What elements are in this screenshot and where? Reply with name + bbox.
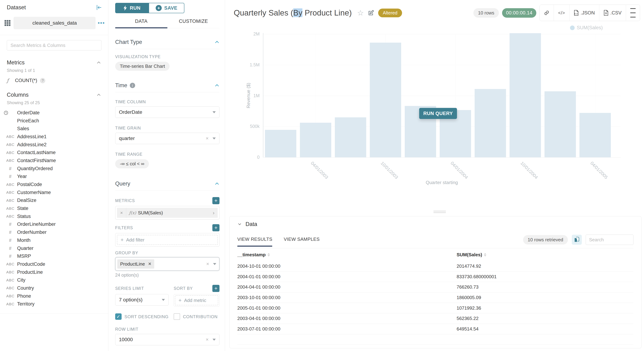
bar-2004-10-01[interactable]	[510, 33, 541, 157]
visualization-type-value[interactable]: Time-series Bar Chart	[115, 62, 170, 71]
x-axis-tick-label: 04/01/2004	[450, 160, 469, 180]
clear-icon[interactable]: ×	[206, 337, 208, 342]
chevron-up-icon[interactable]	[214, 83, 220, 88]
bar-2005-01-01[interactable]	[544, 91, 576, 157]
column-list-item[interactable]: ABCPostalCode	[0, 180, 108, 188]
run-button[interactable]: RUN	[115, 3, 149, 13]
chevron-down-icon[interactable]	[237, 222, 242, 226]
column-list-item[interactable]: ABCContactFirstName	[0, 156, 108, 164]
dataset-name[interactable]: cleaned_sales_data	[14, 17, 96, 29]
column-list-item[interactable]: ABCPhone	[0, 292, 108, 300]
tab-view-results[interactable]: VIEW RESULTS	[237, 236, 272, 246]
column-list-item[interactable]: #Month	[0, 236, 108, 244]
contribution-checkbox[interactable]	[174, 313, 180, 320]
text-type-icon: ABC	[4, 182, 17, 187]
remove-token-icon[interactable]: ✕	[148, 262, 151, 266]
add-filter-button[interactable]: +	[212, 224, 220, 231]
metric-token[interactable]: × ƒ(x) SUM(Sales) ›	[117, 208, 218, 218]
column-list-item[interactable]: #MSRP	[0, 252, 108, 260]
chevron-up-icon[interactable]	[96, 92, 101, 97]
column-list-item[interactable]: ABCCountry	[0, 284, 108, 292]
chevron-right-icon[interactable]: ›	[213, 210, 214, 216]
chevron-up-icon[interactable]	[214, 181, 220, 186]
table-row[interactable]: 2003-10-01 00:00:001860005.09	[237, 292, 634, 303]
help-icon[interactable]: ?	[40, 78, 45, 83]
bar-2003-04-01[interactable]	[300, 123, 331, 157]
y-axis-tick-label: 0	[229, 155, 260, 160]
column-list-item[interactable]: PriceEach	[0, 117, 108, 125]
results-search-input[interactable]	[586, 234, 634, 245]
column-list-item[interactable]: #Quarter	[0, 244, 108, 252]
clear-icon[interactable]: ×	[206, 136, 208, 141]
results-tabs: VIEW RESULTS VIEW SAMPLES 10 rows retrie…	[237, 234, 634, 248]
panel-resize-handle[interactable]	[434, 211, 446, 214]
time-range-value[interactable]: -∞ ≤ col < ∞	[115, 159, 149, 168]
sort-icon	[484, 253, 486, 256]
metric-list-item[interactable]: ƒ COUNT(*) ?	[0, 78, 108, 84]
series-limit-select[interactable]: 7 option(s)	[115, 294, 169, 306]
column-label: CustomerName	[17, 190, 51, 195]
run-query-overlay-button[interactable]: RUN QUERY	[419, 108, 457, 119]
column-list-item[interactable]: ABCDealSize	[0, 196, 108, 204]
table-row[interactable]: 2004-10-01 00:00:002014774.92	[237, 261, 634, 272]
column-list-item[interactable]: #Year	[0, 173, 108, 181]
collapse-sidebar-icon[interactable]	[96, 4, 102, 10]
column-list-item[interactable]: #OrderLineNumber	[0, 220, 108, 228]
group-by-select[interactable]: ProductLine ✕ ×	[115, 257, 220, 271]
column-list-item[interactable]: OrderDate	[0, 109, 108, 117]
column-list-item[interactable]: ABCProductCode	[0, 260, 108, 268]
column-list-item[interactable]: ABCAddressLine1	[0, 133, 108, 141]
add-metric-button[interactable]: +	[212, 197, 220, 204]
text-type-icon: ABC	[4, 134, 17, 139]
chevron-up-icon[interactable]	[214, 40, 220, 44]
column-list-item[interactable]: ABCState	[0, 204, 108, 212]
contribution-label: CONTRIBUTION	[183, 313, 218, 320]
add-filter-dropzone[interactable]: + Add filter	[117, 235, 218, 245]
column-list-item[interactable]: ABCContactLastName	[0, 148, 108, 156]
column-list-item[interactable]: ABCStatus	[0, 212, 108, 220]
bar-2003-10-01[interactable]	[370, 43, 401, 157]
column-list-item[interactable]: Sales	[0, 125, 108, 133]
search-metrics-columns-input[interactable]	[7, 40, 102, 50]
remove-metric-icon[interactable]: ×	[117, 208, 126, 218]
column-label: OrderLineNumber	[17, 222, 56, 227]
time-grain-select[interactable]: quarter ×	[115, 133, 220, 144]
save-button[interactable]: + SAVE	[149, 3, 184, 13]
group-by-token[interactable]: ProductLine ✕	[117, 259, 154, 268]
copy-data-button[interactable]	[572, 235, 582, 245]
column-header-sum-sales[interactable]: SUM(Sales)	[456, 252, 486, 258]
tab-data[interactable]: DATA	[115, 18, 168, 28]
info-icon[interactable]: i	[130, 83, 135, 88]
row-limit-select[interactable]: 10000 ×	[115, 334, 220, 345]
column-list-item[interactable]: #QuantityOrdered	[0, 164, 108, 173]
tab-view-samples[interactable]: VIEW SAMPLES	[284, 236, 320, 246]
column-list-item[interactable]: ABCProductLine	[0, 268, 108, 276]
sort-descending-checkbox[interactable]: ✓	[115, 313, 122, 320]
table-row[interactable]: 2003-07-01 00:00:00649514.54	[237, 324, 634, 334]
column-list-item[interactable]: ABCCity	[0, 276, 108, 284]
column-list-item[interactable]: ABCAddressLine2	[0, 141, 108, 149]
bar-2005-04-01[interactable]	[580, 113, 611, 157]
bar-2003-01-01[interactable]	[265, 130, 296, 157]
bar-2003-07-01[interactable]	[335, 117, 366, 157]
chart-legend[interactable]: SUM(Sales)	[570, 25, 603, 30]
column-list-item[interactable]: ABCCustomerName	[0, 188, 108, 196]
chevron-up-icon[interactable]	[96, 60, 101, 65]
column-header-timestamp[interactable]: __timestamp	[237, 252, 456, 258]
table-row[interactable]: 2003-04-01 00:00:00562365.22	[237, 313, 634, 324]
table-row[interactable]: 2004-04-01 00:00:00766260.73	[237, 282, 634, 292]
dataset-options-icon[interactable]: •••	[98, 20, 105, 26]
column-list-item[interactable]: #OrderNumber	[0, 228, 108, 236]
time-column-select[interactable]: OrderDate	[115, 106, 220, 118]
results-panel-title: Data	[246, 221, 257, 228]
clear-icon[interactable]: ×	[206, 261, 209, 267]
text-type-icon: ABC	[4, 158, 17, 163]
table-row[interactable]: 2005-01-01 00:00:001071992.36	[237, 303, 634, 313]
table-row[interactable]: 2004-01-01 00:00:00833730.680000001	[237, 272, 634, 282]
add-sort-metric-dropzone[interactable]: + Add metric	[175, 295, 218, 305]
time-section-title: Time	[115, 82, 127, 89]
column-list-item[interactable]: ABCTerritory	[0, 300, 108, 308]
tab-customize[interactable]: CUSTOMIZE	[168, 18, 220, 28]
add-sort-metric-button[interactable]: +	[212, 285, 220, 292]
bar-2004-07-01[interactable]	[474, 89, 506, 157]
